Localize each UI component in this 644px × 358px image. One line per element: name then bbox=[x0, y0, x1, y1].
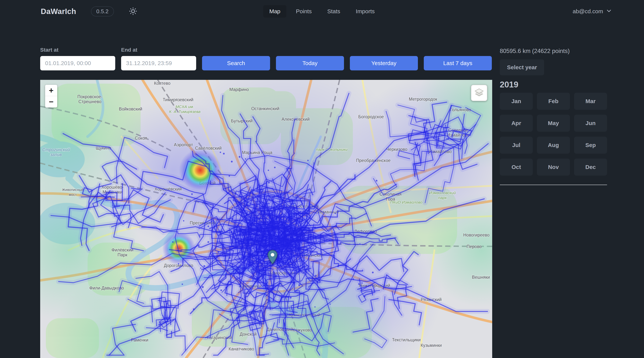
month-apr[interactable]: Apr bbox=[500, 115, 533, 132]
month-dec[interactable]: Dec bbox=[574, 159, 607, 176]
map-label: Войковский bbox=[119, 107, 142, 111]
map-label: Останкинский bbox=[251, 106, 279, 111]
user-email: ab@cd.com bbox=[572, 8, 603, 14]
map-label: ПКиО Измайлово bbox=[390, 200, 422, 204]
map-label: Тимирязевский bbox=[163, 97, 194, 102]
theme-toggle-button[interactable] bbox=[129, 7, 138, 16]
map-pin-icon bbox=[268, 250, 278, 264]
month-feb[interactable]: Feb bbox=[537, 93, 570, 110]
last-7-days-button[interactable]: Last 7 days bbox=[424, 56, 492, 70]
user-menu[interactable]: ab@cd.com bbox=[572, 0, 612, 23]
start-at-input[interactable] bbox=[40, 56, 115, 70]
nav-points[interactable]: Points bbox=[290, 5, 318, 17]
nav-stats[interactable]: Stats bbox=[321, 5, 346, 17]
month-nov[interactable]: Nov bbox=[537, 159, 570, 176]
filter-bar: Start at End at Search Today Yesterday L… bbox=[40, 47, 492, 70]
month-oct[interactable]: Oct bbox=[500, 159, 533, 176]
month-may[interactable]: May bbox=[537, 115, 570, 132]
map-layers-control[interactable] bbox=[471, 85, 487, 101]
map-zoom-control: + − bbox=[45, 85, 57, 108]
nav-map[interactable]: Map bbox=[263, 5, 286, 17]
map-label: Богородское bbox=[358, 114, 384, 119]
main-nav: MapPointsStatsImports bbox=[263, 0, 381, 23]
month-jan[interactable]: Jan bbox=[500, 93, 533, 110]
map-label: Перово bbox=[466, 244, 482, 249]
month-jun[interactable]: Jun bbox=[574, 115, 607, 132]
map-label: Покровское-Стрешнево bbox=[77, 94, 102, 104]
month-sep[interactable]: Sep bbox=[574, 137, 607, 154]
map-label: Марфино bbox=[229, 87, 249, 92]
month-aug[interactable]: Aug bbox=[537, 137, 570, 154]
sun-icon bbox=[129, 7, 138, 16]
distance-stats: 80595.6 km (24622 points) bbox=[500, 48, 607, 54]
panel-divider bbox=[500, 185, 607, 185]
map-label: Метрогородок bbox=[409, 97, 438, 102]
sidebar: 80595.6 km (24622 points) Select year 20… bbox=[500, 48, 607, 185]
nav-imports[interactable]: Imports bbox=[350, 5, 381, 17]
today-button[interactable]: Today bbox=[276, 56, 344, 70]
app-header: DaWarIch 0.5.2 MapPointsStatsImports ab@… bbox=[0, 0, 644, 23]
layers-icon bbox=[474, 88, 484, 98]
search-button[interactable]: Search bbox=[202, 56, 270, 70]
map-label: Кузьминки bbox=[420, 343, 442, 348]
map-marker[interactable] bbox=[268, 250, 278, 265]
map-tiles: Покровское-СтрешневоКоптевоТимирязевский… bbox=[40, 80, 492, 358]
chevron-down-icon bbox=[606, 8, 612, 15]
month-grid: JanFebMarAprMayJunJulAugSepOctNovDec bbox=[500, 93, 607, 176]
map-canvas[interactable]: Покровское-СтрешневоКоптевоТимирязевский… bbox=[40, 80, 492, 358]
zoom-in-button[interactable]: + bbox=[45, 85, 57, 96]
zoom-out-button[interactable]: − bbox=[45, 96, 57, 108]
end-at-input[interactable] bbox=[121, 56, 196, 70]
start-at-label: Start at bbox=[40, 47, 115, 53]
app-logo[interactable]: DaWarIch bbox=[41, 7, 76, 16]
yesterday-button[interactable]: Yesterday bbox=[350, 56, 418, 70]
map-label: Текстильщики bbox=[392, 337, 420, 342]
map-label: Коптево bbox=[154, 81, 170, 86]
version-badge: 0.5.2 bbox=[91, 6, 114, 16]
end-at-label: End at bbox=[121, 47, 196, 53]
map-label: Аэропорт bbox=[174, 142, 193, 147]
year-heading: 2019 bbox=[500, 80, 607, 89]
map-label: Новогиреево bbox=[463, 232, 490, 237]
select-year-button[interactable]: Select year bbox=[500, 59, 544, 75]
map-label: Вешняки bbox=[472, 275, 490, 280]
month-jul[interactable]: Jul bbox=[500, 137, 533, 154]
map-label: Канатчиково bbox=[228, 347, 254, 351]
month-mar[interactable]: Mar bbox=[574, 93, 607, 110]
